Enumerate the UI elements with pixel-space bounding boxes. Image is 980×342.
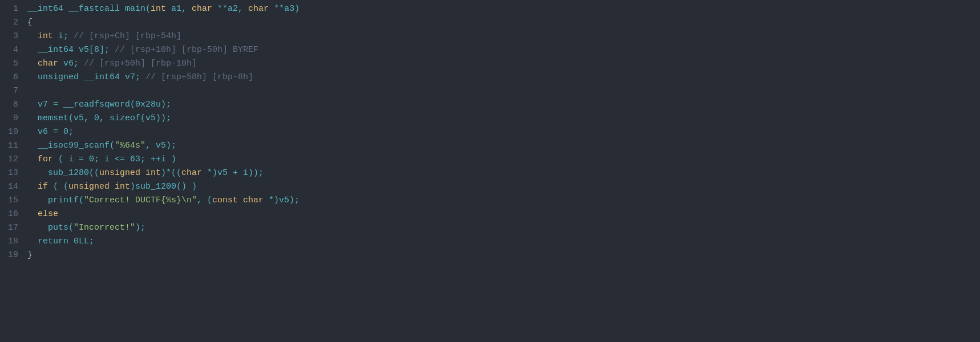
line-number: 10: [5, 125, 18, 139]
line-number: 5: [5, 57, 18, 71]
code-line: else: [27, 207, 980, 221]
line-number: 18: [5, 235, 18, 249]
line-number: 4: [5, 43, 18, 57]
token: char: [38, 59, 58, 68]
token: return 0LL;: [27, 237, 94, 246]
code-line: for ( i = 0; i <= 63; ++i ): [27, 153, 980, 166]
token: for: [38, 154, 53, 164]
token: **a2,: [212, 4, 248, 14]
line-number: 16: [5, 207, 18, 221]
code-editor: 12345678910111213141516171819 __int64 __…: [0, 0, 980, 342]
token: if: [38, 182, 48, 192]
line-number: 7: [5, 84, 18, 98]
code-line: __int64 v5[8]; // [rsp+10h] [rbp-50h] BY…: [27, 43, 980, 57]
token: ( (: [48, 182, 68, 192]
token: a1,: [166, 4, 192, 14]
token: [27, 182, 38, 192]
token: __isoc99_scanf(: [27, 141, 115, 150]
token: , (: [197, 196, 212, 205]
token: // [rsp+58h] [rbp-8h]: [145, 72, 253, 82]
token: )*((: [161, 168, 181, 178]
code-line: {: [27, 16, 980, 30]
code-line: v6 = 0;: [27, 125, 980, 139]
token: {: [27, 18, 33, 27]
code-line: int i; // [rsp+Ch] [rbp-54h]: [27, 30, 980, 43]
token: __int64 __fastcall main(: [27, 4, 151, 14]
token: unsigned __int64 v7;: [27, 72, 145, 82]
token: ( i = 0; i <= 63; ++i ): [53, 154, 176, 164]
line-number: 2: [5, 16, 18, 30]
code-content: __int64 __fastcall main(int a1, char **a…: [27, 2, 980, 340]
token: // [rsp+Ch] [rbp-54h]: [74, 31, 181, 41]
token: int: [151, 4, 166, 14]
code-line: __int64 __fastcall main(int a1, char **a…: [27, 2, 980, 16]
line-number: 9: [5, 112, 18, 125]
token: // [rsp+10h] [rbp-50h] BYREF: [115, 45, 258, 55]
code-line: char v6; // [rsp+50h] [rbp-10h]: [27, 57, 980, 71]
token: }: [27, 250, 33, 260]
token: int: [38, 31, 53, 41]
token: memset(v5, 0, sizeof(v5));: [27, 113, 171, 123]
line-number: 6: [5, 71, 18, 84]
token: [27, 154, 38, 164]
line-number: 13: [5, 166, 18, 180]
code-line: printf("Correct! DUCTF{%s}\n", (const ch…: [27, 194, 980, 207]
line-number: 8: [5, 98, 18, 112]
line-number: 15: [5, 194, 18, 207]
token: **a3): [269, 4, 299, 14]
token: *)v5);: [264, 196, 299, 205]
token: v6;: [58, 59, 84, 68]
token: const char: [212, 196, 264, 205]
line-number: 14: [5, 180, 18, 194]
code-line: unsigned __int64 v7; // [rsp+58h] [rbp-8…: [27, 71, 980, 84]
token: [27, 59, 38, 68]
token: // [rsp+50h] [rbp-10h]: [84, 59, 197, 68]
token: __int64 v5[8];: [27, 45, 115, 55]
line-number: 1: [5, 2, 18, 16]
token: sub_1280((: [27, 168, 99, 178]
token: , v5);: [145, 141, 176, 150]
code-line: return 0LL;: [27, 235, 980, 249]
token: char: [181, 168, 202, 178]
line-number: 17: [5, 221, 18, 235]
code-line: [27, 84, 980, 98]
token: char: [192, 4, 212, 14]
token: printf(: [27, 196, 84, 205]
token: puts(: [27, 223, 74, 233]
line-numbers: 12345678910111213141516171819: [0, 2, 27, 340]
token: );: [135, 223, 145, 233]
token: "%64s": [115, 141, 145, 150]
token: *)v5 + i));: [202, 168, 264, 178]
token: char: [248, 4, 269, 14]
token: v6 = 0;: [27, 127, 74, 137]
code-line: v7 = __readfsqword(0x28u);: [27, 98, 980, 112]
code-line: __isoc99_scanf("%64s", v5);: [27, 139, 980, 153]
token: [27, 31, 38, 41]
line-number: 12: [5, 153, 18, 166]
token: [27, 209, 38, 219]
code-line: puts("Incorrect!");: [27, 221, 980, 235]
line-number: 3: [5, 30, 18, 43]
token: "Incorrect!": [74, 223, 135, 233]
token: i;: [53, 31, 74, 41]
token: unsigned int: [68, 182, 130, 192]
token: v7 = __readfsqword(0x28u);: [27, 100, 171, 109]
token: unsigned int: [99, 168, 161, 178]
code-line: sub_1280((unsigned int)*((char *)v5 + i)…: [27, 166, 980, 180]
token: "Correct! DUCTF{%s}\n": [84, 196, 197, 205]
code-line: }: [27, 249, 980, 262]
code-line: memset(v5, 0, sizeof(v5));: [27, 112, 980, 125]
line-number: 11: [5, 139, 18, 153]
code-line: if ( (unsigned int)sub_1200() ): [27, 180, 980, 194]
token: else: [38, 209, 58, 219]
line-number: 19: [5, 249, 18, 262]
token: )sub_1200() ): [130, 182, 197, 192]
